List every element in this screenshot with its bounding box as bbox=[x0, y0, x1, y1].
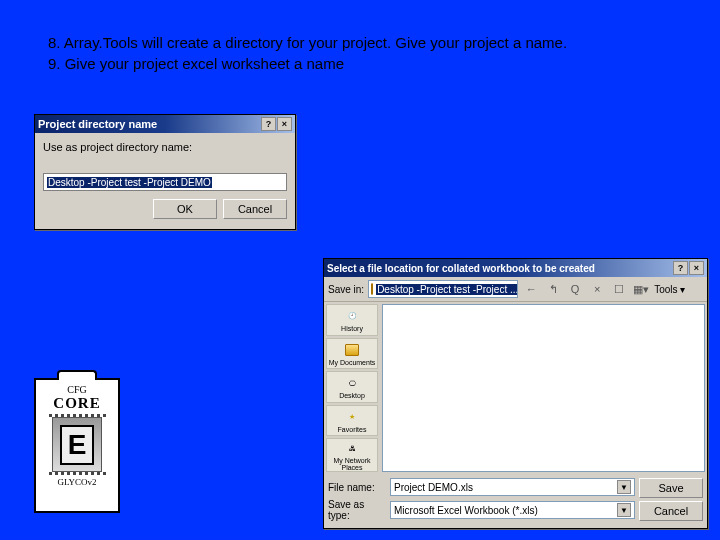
project-directory-input[interactable]: Desktop -Project test -Project DEMO bbox=[43, 173, 287, 191]
saveastype-dropdown[interactable]: Microsoft Excel Workbook (*.xls) ▼ bbox=[390, 501, 635, 519]
project-directory-dialog: Project directory name ? × Use as projec… bbox=[34, 114, 296, 230]
back-icon[interactable]: ← bbox=[522, 280, 540, 298]
logo-core-text: CORE bbox=[53, 395, 100, 412]
new-folder-icon[interactable]: ☐ bbox=[610, 280, 628, 298]
dialog1-prompt-label: Use as project directory name: bbox=[43, 141, 287, 153]
instruction-line-1: 8. Array.Tools will create a directory f… bbox=[48, 32, 567, 53]
dialog1-title: Project directory name bbox=[38, 118, 157, 130]
help-icon[interactable]: ? bbox=[261, 117, 276, 131]
cancel-button[interactable]: Cancel bbox=[223, 199, 287, 219]
chip-icon: E bbox=[52, 417, 102, 472]
project-directory-value: Desktop -Project test -Project DEMO bbox=[47, 177, 212, 188]
logo-cfg-text: CFG bbox=[67, 384, 86, 395]
place-favorites-label: Favorites bbox=[338, 426, 367, 433]
dialog2-title: Select a file location for collated work… bbox=[327, 263, 595, 274]
place-docs-label: My Documents bbox=[329, 359, 376, 366]
logo-chip-letter: E bbox=[60, 425, 95, 465]
filename-value: Project DEMO.xls bbox=[394, 482, 473, 493]
dialog2-toolbar: Save in: Desktop -Project test -Project … bbox=[324, 277, 707, 302]
close-icon[interactable]: × bbox=[277, 117, 292, 131]
place-desktop-label: Desktop bbox=[339, 392, 365, 399]
filename-label: File name: bbox=[328, 482, 386, 493]
filename-input[interactable]: Project DEMO.xls ▼ bbox=[390, 478, 635, 496]
folder-icon bbox=[371, 283, 373, 295]
saveastype-label: Save as type: bbox=[328, 499, 386, 521]
logo-glyco-text: GLYCOv2 bbox=[57, 477, 96, 487]
savein-label: Save in: bbox=[328, 284, 364, 295]
dialog2-titlebar[interactable]: Select a file location for collated work… bbox=[324, 259, 707, 277]
dialog1-titlebar[interactable]: Project directory name ? × bbox=[35, 115, 295, 133]
place-favorites[interactable]: ★ Favorites bbox=[326, 405, 378, 437]
place-my-documents[interactable]: My Documents bbox=[326, 338, 378, 370]
place-history[interactable]: 🕘 History bbox=[326, 304, 378, 336]
place-desktop[interactable]: 🖵 Desktop bbox=[326, 371, 378, 403]
search-icon[interactable]: Q bbox=[566, 280, 584, 298]
save-file-dialog: Select a file location for collated work… bbox=[323, 258, 708, 529]
documents-icon bbox=[341, 341, 363, 359]
chevron-down-icon[interactable]: ▼ bbox=[617, 503, 631, 517]
saveastype-value: Microsoft Excel Workbook (*.xls) bbox=[394, 505, 538, 516]
instruction-line-2: 9. Give your project excel worksheet a n… bbox=[48, 53, 567, 74]
place-history-label: History bbox=[341, 325, 363, 332]
desktop-icon: 🖵 bbox=[341, 374, 363, 392]
savein-dropdown[interactable]: Desktop -Project test -Project ... ▼ bbox=[368, 280, 518, 298]
place-network[interactable]: 🖧 My Network Places bbox=[326, 438, 378, 472]
ok-button[interactable]: OK bbox=[153, 199, 217, 219]
up-folder-icon[interactable]: ↰ bbox=[544, 280, 562, 298]
chevron-down-icon[interactable]: ▼ bbox=[617, 480, 631, 494]
place-network-label: My Network Places bbox=[327, 457, 377, 471]
help-icon[interactable]: ? bbox=[673, 261, 688, 275]
tools-menu[interactable]: Tools ▾ bbox=[654, 284, 685, 295]
file-list-area[interactable] bbox=[382, 304, 705, 472]
delete-icon[interactable]: × bbox=[588, 280, 606, 298]
places-bar: 🕘 History My Documents 🖵 Desktop ★ Favor… bbox=[324, 302, 380, 474]
views-icon[interactable]: ▦▾ bbox=[632, 280, 650, 298]
cancel-button[interactable]: Cancel bbox=[639, 501, 703, 521]
cfg-core-logo: CFG CORE E GLYCOv2 bbox=[34, 378, 120, 513]
savein-value: Desktop -Project test -Project ... bbox=[376, 284, 518, 295]
history-icon: 🕘 bbox=[341, 307, 363, 325]
close-icon[interactable]: × bbox=[689, 261, 704, 275]
save-button[interactable]: Save bbox=[639, 478, 703, 498]
favorites-icon: ★ bbox=[341, 408, 363, 426]
network-icon: 🖧 bbox=[341, 439, 363, 457]
logo-tab bbox=[57, 370, 97, 380]
instructions-block: 8. Array.Tools will create a directory f… bbox=[48, 32, 567, 74]
